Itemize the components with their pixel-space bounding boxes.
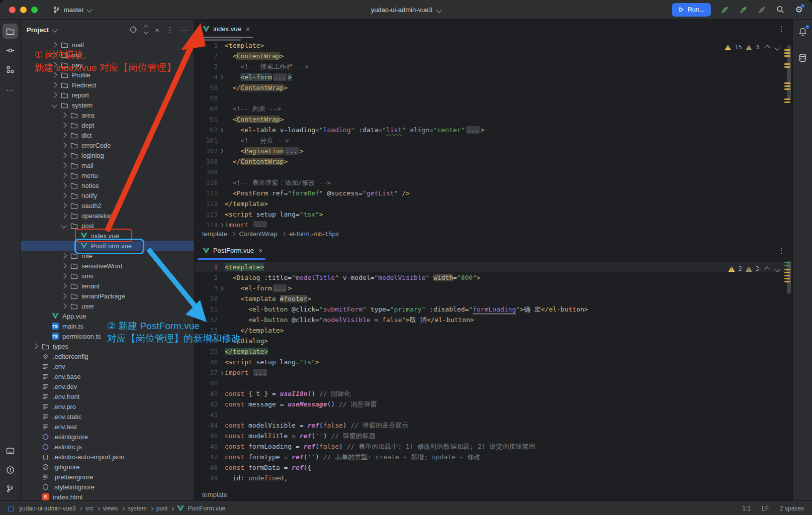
tree-item-notice[interactable]: notice [21,180,194,190]
code-line-102[interactable]: 102 <Pagination...> [195,146,792,156]
close-icon[interactable]: × [258,247,262,255]
code-line-44[interactable]: 44const modelVisible = ref(false) // 弹窗的… [195,420,792,431]
prev-problem-icon[interactable] [764,266,770,272]
terminal-icon[interactable] [3,443,18,458]
code-line-3[interactable]: 3 <el-form...> [195,283,792,293]
code-line-33[interactable]: 33 </template> [195,325,792,336]
more-icon[interactable]: … [3,81,18,96]
code-line-42[interactable]: 42const message = useMessage() // 消息弹窗 [195,399,792,409]
tree-item-pay[interactable]: pay [21,60,194,70]
breadcrumb-item[interactable]: template [202,491,227,498]
status-path-item[interactable]: post [156,505,168,512]
code-line-43[interactable]: 43 [195,409,792,420]
collapse-all-icon[interactable]: × [155,26,159,34]
tree-item-role[interactable]: role [21,251,194,261]
prev-problem-icon[interactable] [764,45,770,50]
expand-all-icon[interactable] [144,26,148,34]
status-path-item[interactable]: yudao-ui-admin-vue3 [19,505,76,512]
chevron-right-icon[interactable] [61,132,66,138]
chevron-right-icon[interactable] [51,92,57,97]
code-line-62[interactable]: 62 <el-table v-loading="loading" :data="… [195,125,792,135]
fold-chevron-icon[interactable] [219,149,223,153]
code-line-2[interactable]: 2 <ContentWrap> [195,51,792,61]
code-line-113[interactable]: 113<script setup lang="tsx"> [195,209,792,220]
tree-item-.prettierignore[interactable]: .prettierignore [21,472,194,482]
chevron-right-icon[interactable] [61,122,66,128]
code-line-108[interactable]: 108 </ContentWrap> [195,156,792,167]
problems-icon[interactable] [3,462,18,477]
code-line-41[interactable]: 41const { t } = useI18n() // 国际化 [195,388,792,399]
breadcrumb-item[interactable]: el-form.-mb-15px [289,230,339,238]
more-options-icon[interactable]: ⋮ [778,25,785,34]
code-line-32[interactable]: 32 <el-button @click="modelVisible = fal… [195,315,792,325]
code-line-36[interactable]: 36<script setup lang="ts"> [195,357,792,367]
tree-item-.editorconfig[interactable]: ⚙.editorconfig [21,351,194,361]
code-line-30[interactable]: 30 <template #footer> [195,293,792,304]
locate-file-icon[interactable] [129,26,137,34]
git-branch-widget[interactable]: master [53,6,92,14]
scrollbar[interactable] [784,260,792,488]
chevron-right-icon[interactable] [61,112,66,118]
tree-item-dept[interactable]: dept [21,120,194,130]
code-line-101[interactable]: 101 <!-- 分页 --> [195,135,792,146]
tree-item-oauth2[interactable]: oauth2 [21,200,194,211]
inspections-widget[interactable]: !15!3 [725,42,779,53]
maximize-window-button[interactable] [31,7,38,13]
more-options-icon[interactable]: ⋮ [778,246,785,255]
tree-item-.env.static[interactable]: .env.static [21,411,194,422]
chevron-right-icon[interactable] [61,202,66,208]
tree-item-errorCode[interactable]: errorCode [21,140,194,150]
chevron-right-icon[interactable] [51,52,57,57]
fold-chevron-icon[interactable] [219,75,223,79]
code-line-59[interactable]: 59 [195,93,792,104]
structure-icon[interactable] [3,62,18,77]
status-path-item[interactable]: PostForm.vue [188,505,225,512]
chevron-right-icon[interactable] [61,213,66,218]
chevron-right-icon[interactable] [61,283,66,288]
tree-item-.env.dev[interactable]: .env.dev [21,381,194,391]
tree-item-Redirect[interactable]: Redirect [21,80,194,90]
tree-item-.eslintignore[interactable]: .eslintignore [21,432,194,442]
tree-item-Profile[interactable]: Profile [21,70,194,80]
chevron-down-icon[interactable] [51,102,57,108]
tab-postform-vue[interactable]: PostForm.vue × [195,241,268,260]
tree-item-mp[interactable]: mp [21,50,194,60]
tree-item-types[interactable]: types [21,341,194,351]
chevron-right-icon[interactable] [61,273,66,278]
fold-chevron-icon[interactable] [219,286,223,290]
indent-setting[interactable]: 2 spaces [780,505,804,512]
code-line-47[interactable]: 47const formType = ref('') // 表单的类型: cre… [195,452,792,462]
tree-item-loginlog[interactable]: loginlog [21,150,194,160]
chevron-right-icon[interactable] [61,152,66,158]
chevron-right-icon[interactable] [61,263,66,268]
code-line-31[interactable]: 31 <el-button @click="submitForm" type="… [195,304,792,315]
commit-icon[interactable] [3,43,18,58]
tree-item-sensitiveWord[interactable]: sensitiveWord [21,261,194,271]
tree-item-sms[interactable]: sms [21,271,194,281]
chevron-right-icon[interactable] [61,293,66,298]
tree-item-.gitignore[interactable]: .gitignore [21,462,194,472]
code-line-114[interactable]: 114import ... [195,220,792,227]
code-editor-index-vue[interactable]: 1<template>2 <ContentWrap>3 <!-- 搜索工作栏 -… [195,38,792,227]
project-title[interactable]: yudao-ui-admin-vue3 [371,6,432,14]
status-path-item[interactable]: src [85,505,94,512]
code-line-49[interactable]: 49 id: undefined, [195,473,792,483]
code-line-46[interactable]: 46const formLoading = ref(false) // 表单的加… [195,441,792,452]
chevron-right-icon[interactable] [51,82,57,87]
notifications-bell-icon[interactable] [796,26,808,38]
tree-item-tenant[interactable]: tenant [21,281,194,291]
tree-item-main.ts[interactable]: TSmain.ts [21,321,194,331]
tree-item-.env.front[interactable]: .env.front [21,391,194,401]
plugin-green-icon[interactable] [738,5,748,15]
code-line-1[interactable]: 1<template> [195,262,792,272]
code-line-40[interactable]: 40 [195,378,792,388]
tree-item-report[interactable]: report [21,90,194,100]
code-line-60[interactable]: 60 <!-- 列表 --> [195,104,792,114]
chevron-right-icon[interactable] [61,192,66,198]
code-line-1[interactable]: 1<template> [195,40,792,51]
code-line-3[interactable]: 3 <!-- 搜索工作栏 --> [195,61,792,72]
caret-position[interactable]: 1:1 [742,505,751,512]
tree-item-.env.test[interactable]: .env.test [21,422,194,432]
tree-item-post[interactable]: post [21,221,194,231]
code-line-45[interactable]: 45const modelTitle = ref('') // 弹窗的标题 [195,431,792,441]
